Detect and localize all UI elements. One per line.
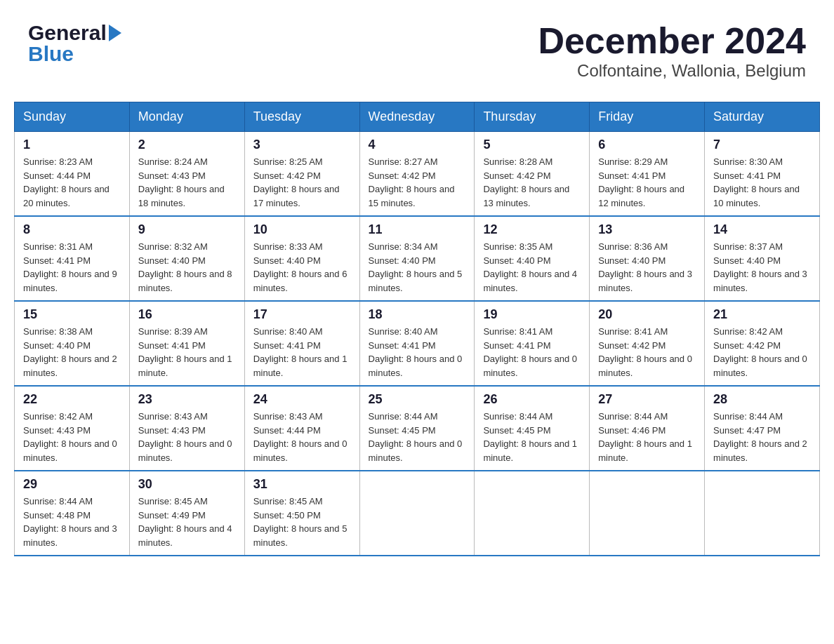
table-row: 14 Sunrise: 8:37 AM Sunset: 4:40 PM Dayl… [705, 216, 820, 301]
day-number: 4 [369, 137, 466, 152]
day-info: Sunrise: 8:41 AM Sunset: 4:42 PM Dayligh… [598, 325, 696, 380]
day-info: Sunrise: 8:33 AM Sunset: 4:40 PM Dayligh… [253, 240, 351, 295]
table-row: 28 Sunrise: 8:44 AM Sunset: 4:47 PM Dayl… [705, 386, 820, 471]
table-row: 23 Sunrise: 8:43 AM Sunset: 4:43 PM Dayl… [129, 386, 244, 471]
weekday-header-row: Sunday Monday Tuesday Wednesday Thursday… [15, 102, 820, 132]
day-number: 25 [369, 392, 466, 407]
day-info: Sunrise: 8:35 AM Sunset: 4:40 PM Dayligh… [483, 240, 581, 295]
day-info: Sunrise: 8:30 AM Sunset: 4:41 PM Dayligh… [713, 155, 811, 210]
table-row [705, 471, 820, 556]
location-subtitle: Colfontaine, Wallonia, Belgium [538, 61, 806, 81]
day-number: 16 [138, 307, 236, 322]
logo-blue-text: Blue [28, 42, 74, 66]
day-number: 2 [138, 137, 236, 152]
day-number: 22 [23, 392, 121, 407]
header-saturday: Saturday [705, 102, 820, 132]
table-row: 2 Sunrise: 8:24 AM Sunset: 4:43 PM Dayli… [129, 132, 244, 217]
day-number: 26 [483, 392, 581, 407]
table-row: 21 Sunrise: 8:42 AM Sunset: 4:42 PM Dayl… [705, 301, 820, 386]
day-number: 23 [138, 392, 236, 407]
day-number: 19 [483, 307, 581, 322]
day-number: 9 [138, 222, 236, 237]
table-row: 17 Sunrise: 8:40 AM Sunset: 4:41 PM Dayl… [244, 301, 359, 386]
table-row: 16 Sunrise: 8:39 AM Sunset: 4:41 PM Dayl… [129, 301, 244, 386]
table-row: 25 Sunrise: 8:44 AM Sunset: 4:45 PM Dayl… [359, 386, 475, 471]
day-number: 13 [598, 222, 696, 237]
day-number: 14 [713, 222, 811, 237]
day-info: Sunrise: 8:43 AM Sunset: 4:44 PM Dayligh… [253, 410, 351, 464]
header-tuesday: Tuesday [244, 102, 359, 132]
day-number: 31 [253, 477, 351, 492]
table-row [475, 471, 590, 556]
day-info: Sunrise: 8:44 AM Sunset: 4:45 PM Dayligh… [483, 410, 581, 464]
day-number: 30 [138, 477, 236, 492]
day-number: 17 [253, 307, 351, 322]
day-info: Sunrise: 8:45 AM Sunset: 4:50 PM Dayligh… [253, 495, 351, 549]
table-row: 5 Sunrise: 8:28 AM Sunset: 4:42 PM Dayli… [475, 132, 590, 217]
table-row: 3 Sunrise: 8:25 AM Sunset: 4:42 PM Dayli… [244, 132, 359, 217]
logo: General Blue [28, 21, 121, 66]
page-header: General Blue December 2024 Colfontaine, … [14, 14, 820, 88]
day-info: Sunrise: 8:44 AM Sunset: 4:46 PM Dayligh… [598, 410, 696, 464]
week-row-1: 1 Sunrise: 8:23 AM Sunset: 4:44 PM Dayli… [15, 132, 820, 217]
day-number: 1 [23, 137, 121, 152]
day-number: 20 [598, 307, 696, 322]
day-number: 5 [483, 137, 581, 152]
logo-general-text: General [28, 21, 107, 45]
day-info: Sunrise: 8:39 AM Sunset: 4:41 PM Dayligh… [138, 325, 236, 380]
day-info: Sunrise: 8:44 AM Sunset: 4:48 PM Dayligh… [23, 495, 121, 549]
day-number: 21 [713, 307, 811, 322]
week-row-2: 8 Sunrise: 8:31 AM Sunset: 4:41 PM Dayli… [15, 216, 820, 301]
week-row-4: 22 Sunrise: 8:42 AM Sunset: 4:43 PM Dayl… [15, 386, 820, 471]
title-section: December 2024 Colfontaine, Wallonia, Bel… [538, 21, 806, 81]
day-info: Sunrise: 8:42 AM Sunset: 4:43 PM Dayligh… [23, 410, 121, 464]
day-info: Sunrise: 8:41 AM Sunset: 4:41 PM Dayligh… [483, 325, 581, 380]
month-year-title: December 2024 [538, 21, 806, 61]
table-row [359, 471, 475, 556]
day-info: Sunrise: 8:29 AM Sunset: 4:41 PM Dayligh… [598, 155, 696, 210]
table-row: 20 Sunrise: 8:41 AM Sunset: 4:42 PM Dayl… [590, 301, 705, 386]
day-info: Sunrise: 8:31 AM Sunset: 4:41 PM Dayligh… [23, 240, 121, 295]
day-info: Sunrise: 8:28 AM Sunset: 4:42 PM Dayligh… [483, 155, 581, 210]
header-thursday: Thursday [475, 102, 590, 132]
table-row: 19 Sunrise: 8:41 AM Sunset: 4:41 PM Dayl… [475, 301, 590, 386]
day-info: Sunrise: 8:44 AM Sunset: 4:45 PM Dayligh… [369, 410, 466, 464]
day-info: Sunrise: 8:44 AM Sunset: 4:47 PM Dayligh… [713, 410, 811, 464]
table-row: 26 Sunrise: 8:44 AM Sunset: 4:45 PM Dayl… [475, 386, 590, 471]
day-number: 28 [713, 392, 811, 407]
table-row [590, 471, 705, 556]
table-row: 24 Sunrise: 8:43 AM Sunset: 4:44 PM Dayl… [244, 386, 359, 471]
table-row: 6 Sunrise: 8:29 AM Sunset: 4:41 PM Dayli… [590, 132, 705, 217]
day-number: 12 [483, 222, 581, 237]
header-friday: Friday [590, 102, 705, 132]
day-number: 18 [369, 307, 466, 322]
calendar-table: Sunday Monday Tuesday Wednesday Thursday… [14, 102, 820, 556]
table-row: 13 Sunrise: 8:36 AM Sunset: 4:40 PM Dayl… [590, 216, 705, 301]
day-number: 24 [253, 392, 351, 407]
week-row-3: 15 Sunrise: 8:38 AM Sunset: 4:40 PM Dayl… [15, 301, 820, 386]
day-number: 10 [253, 222, 351, 237]
day-number: 8 [23, 222, 121, 237]
table-row: 31 Sunrise: 8:45 AM Sunset: 4:50 PM Dayl… [244, 471, 359, 556]
day-info: Sunrise: 8:43 AM Sunset: 4:43 PM Dayligh… [138, 410, 236, 464]
header-sunday: Sunday [15, 102, 130, 132]
day-info: Sunrise: 8:36 AM Sunset: 4:40 PM Dayligh… [598, 240, 696, 295]
table-row: 4 Sunrise: 8:27 AM Sunset: 4:42 PM Dayli… [359, 132, 475, 217]
day-info: Sunrise: 8:27 AM Sunset: 4:42 PM Dayligh… [369, 155, 466, 210]
header-monday: Monday [129, 102, 244, 132]
day-info: Sunrise: 8:23 AM Sunset: 4:44 PM Dayligh… [23, 155, 121, 210]
table-row: 15 Sunrise: 8:38 AM Sunset: 4:40 PM Dayl… [15, 301, 130, 386]
table-row: 29 Sunrise: 8:44 AM Sunset: 4:48 PM Dayl… [15, 471, 130, 556]
day-info: Sunrise: 8:25 AM Sunset: 4:42 PM Dayligh… [253, 155, 351, 210]
day-number: 27 [598, 392, 696, 407]
day-info: Sunrise: 8:24 AM Sunset: 4:43 PM Dayligh… [138, 155, 236, 210]
day-number: 6 [598, 137, 696, 152]
day-info: Sunrise: 8:34 AM Sunset: 4:40 PM Dayligh… [369, 240, 466, 295]
day-info: Sunrise: 8:32 AM Sunset: 4:40 PM Dayligh… [138, 240, 236, 295]
header-wednesday: Wednesday [359, 102, 475, 132]
table-row: 27 Sunrise: 8:44 AM Sunset: 4:46 PM Dayl… [590, 386, 705, 471]
table-row: 7 Sunrise: 8:30 AM Sunset: 4:41 PM Dayli… [705, 132, 820, 217]
day-info: Sunrise: 8:40 AM Sunset: 4:41 PM Dayligh… [253, 325, 351, 380]
table-row: 30 Sunrise: 8:45 AM Sunset: 4:49 PM Dayl… [129, 471, 244, 556]
table-row: 12 Sunrise: 8:35 AM Sunset: 4:40 PM Dayl… [475, 216, 590, 301]
